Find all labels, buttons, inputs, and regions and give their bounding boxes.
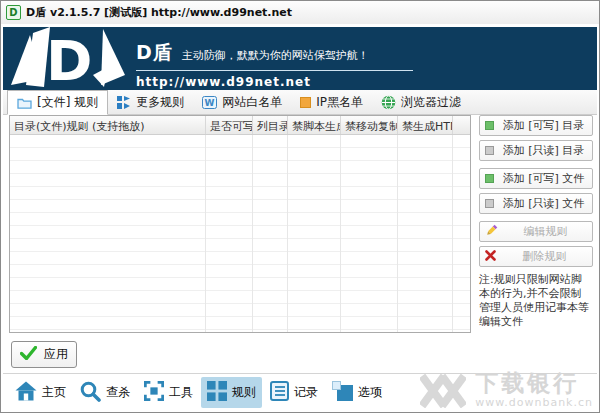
tab-browser-filter[interactable]: 浏览器过滤 bbox=[372, 90, 470, 114]
banner-url: http://www.d99net.net bbox=[136, 75, 413, 89]
folder-icon bbox=[17, 97, 32, 109]
column-header-listdir[interactable]: 列目录 bbox=[253, 116, 288, 134]
column-header-nohtml[interactable]: 禁生成HTML bbox=[398, 116, 453, 134]
rules-note: 注:规则只限制网站脚本的行为,并不会限制管理人员使用记事本等编辑文件 bbox=[479, 273, 591, 329]
column-divider bbox=[287, 135, 288, 332]
bottom-nav: 主页 查杀 工具 规则 记录 bbox=[3, 373, 597, 411]
column-header-writable[interactable]: 是否可写 bbox=[206, 116, 253, 134]
tools-icon bbox=[144, 381, 164, 404]
banner: D D盾 主动防御，默默为你的网站保驾护航！ http://www.d99net… bbox=[3, 27, 597, 90]
options-icon bbox=[332, 381, 353, 404]
readonly-square-icon bbox=[485, 199, 494, 208]
column-header-noscript[interactable]: 禁脚本生成 bbox=[288, 116, 341, 134]
nav-item-scan[interactable]: 查杀 bbox=[74, 377, 136, 409]
ip-blacklist-icon bbox=[300, 97, 311, 108]
tab-label: 更多规则 bbox=[136, 94, 184, 111]
app-window: D D盾 v2.1.5.7 [测试版] http://www.d99net.ne… bbox=[0, 0, 600, 413]
nav-label: 工具 bbox=[169, 384, 193, 401]
tab-file-rules[interactable]: [文件] 规则 bbox=[7, 90, 108, 115]
tab-ip-blacklist[interactable]: IP黑名单 bbox=[291, 90, 372, 114]
product-name: D盾 bbox=[136, 40, 173, 66]
nav-label: 主页 bbox=[42, 384, 66, 401]
column-divider bbox=[340, 135, 341, 332]
banner-divider bbox=[136, 70, 413, 71]
rules-toolbar: [文件] 规则 更多规则 W 网站白名单 IP黑名单 浏览器过滤 bbox=[3, 90, 597, 115]
table-body-droparea[interactable] bbox=[10, 135, 470, 332]
writable-square-icon bbox=[485, 174, 494, 183]
svg-text:W: W bbox=[205, 98, 215, 108]
table-header: 目录(文件)规则 (支持拖放) 是否可写 列目录 禁脚本生成 禁移动复制 禁生成… bbox=[10, 116, 470, 135]
tab-label: IP黑名单 bbox=[316, 94, 363, 111]
nav-item-tools[interactable]: 工具 bbox=[138, 377, 199, 408]
nav-label: 查杀 bbox=[106, 384, 130, 401]
rules-table: 目录(文件)规则 (支持拖放) 是否可写 列目录 禁脚本生成 禁移动复制 禁生成… bbox=[9, 115, 471, 333]
add-writable-file-button[interactable]: 添加 [可写] 文件 bbox=[479, 168, 593, 189]
rules-icon bbox=[207, 381, 227, 404]
delete-x-icon bbox=[485, 250, 496, 264]
add-readonly-dir-button[interactable]: 添加 [只读] 目录 bbox=[479, 140, 593, 161]
records-icon bbox=[270, 381, 289, 404]
tab-more-rules[interactable]: 更多规则 bbox=[108, 90, 193, 114]
tab-label: 网站白名单 bbox=[222, 94, 282, 111]
app-icon: D bbox=[6, 5, 21, 20]
site-whitelist-icon: W bbox=[202, 96, 217, 109]
nav-item-rules[interactable]: 规则 bbox=[201, 377, 262, 408]
apply-label: 应用 bbox=[44, 346, 68, 363]
column-divider bbox=[205, 135, 206, 332]
more-rules-icon bbox=[117, 95, 131, 110]
nav-item-home[interactable]: 主页 bbox=[9, 377, 72, 408]
delete-rule-button[interactable]: 删除规则 bbox=[479, 246, 593, 267]
nav-item-options[interactable]: 选项 bbox=[326, 377, 388, 408]
edit-rule-button[interactable]: 编辑规则 bbox=[479, 221, 593, 242]
pencil-icon bbox=[485, 224, 498, 240]
nav-label: 选项 bbox=[358, 384, 382, 401]
readonly-square-icon bbox=[485, 146, 494, 155]
column-divider bbox=[452, 135, 453, 332]
column-divider bbox=[397, 135, 398, 332]
nav-label: 记录 bbox=[294, 384, 318, 401]
product-tagline: 主动防御，默默为你的网站保驾护航！ bbox=[182, 48, 369, 63]
column-header-blank[interactable] bbox=[453, 116, 470, 134]
tab-site-whitelist[interactable]: W 网站白名单 bbox=[193, 90, 291, 114]
side-panel: 添加 [可写] 目录 添加 [只读] 目录 添加 [可写] 文件 添加 [只读]… bbox=[479, 115, 593, 329]
apply-button[interactable]: 应用 bbox=[11, 341, 77, 368]
add-readonly-file-button[interactable]: 添加 [只读] 文件 bbox=[479, 193, 593, 214]
svg-text:D: D bbox=[46, 28, 92, 89]
column-header-nomove[interactable]: 禁移动复制 bbox=[341, 116, 398, 134]
column-divider bbox=[252, 135, 253, 332]
browser-filter-icon bbox=[381, 95, 396, 110]
window-title: D盾 v2.1.5.7 [测试版] http://www.d99net.net bbox=[26, 5, 292, 20]
tab-label: [文件] 规则 bbox=[37, 94, 98, 111]
nav-label: 规则 bbox=[232, 384, 256, 401]
search-icon bbox=[80, 381, 101, 405]
titlebar[interactable]: D D盾 v2.1.5.7 [测试版] http://www.d99net.ne… bbox=[1, 1, 599, 24]
add-writable-dir-button[interactable]: 添加 [可写] 目录 bbox=[479, 115, 593, 136]
writable-square-icon bbox=[485, 121, 494, 130]
check-icon bbox=[20, 346, 37, 363]
nav-item-records[interactable]: 记录 bbox=[264, 377, 324, 408]
home-icon bbox=[15, 381, 37, 404]
tab-label: 浏览器过滤 bbox=[401, 94, 461, 111]
dshield-logo-icon: D bbox=[9, 27, 135, 89]
column-header-rule[interactable]: 目录(文件)规则 (支持拖放) bbox=[10, 116, 206, 134]
